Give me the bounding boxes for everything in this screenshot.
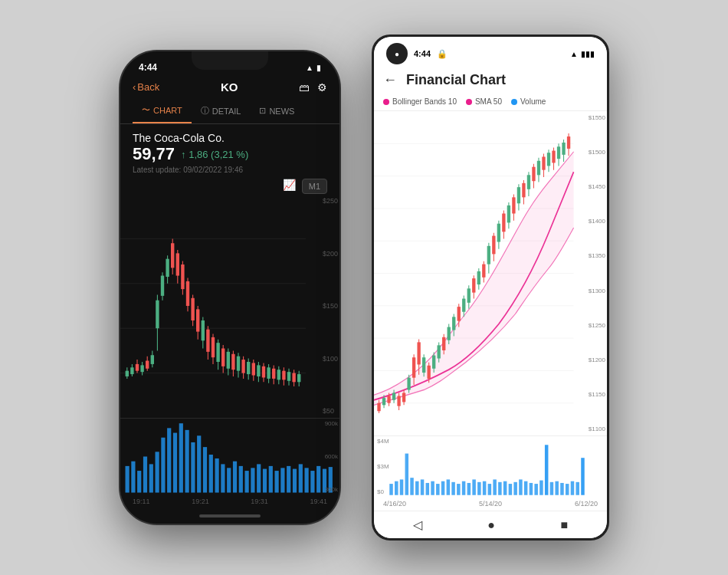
svg-rect-23 — [171, 243, 174, 268]
atime-0: 4/16/20 — [383, 500, 406, 508]
svg-rect-102 — [293, 469, 297, 493]
svg-rect-84 — [185, 430, 189, 493]
android-nav-home[interactable]: ● — [487, 518, 495, 532]
svg-rect-229 — [560, 483, 564, 495]
svg-rect-127 — [397, 396, 400, 406]
news-tab-icon: ⊡ — [259, 106, 266, 116]
price-label-200: $200 — [323, 250, 338, 258]
chart-icon-btn[interactable]: 📈 — [283, 179, 296, 194]
android-avatar: ● — [386, 43, 408, 64]
svg-rect-228 — [555, 481, 559, 495]
svg-rect-221 — [519, 479, 523, 495]
svg-rect-119 — [377, 403, 380, 412]
price-label-100: $100 — [323, 355, 338, 363]
svg-rect-220 — [513, 482, 517, 495]
svg-rect-167 — [497, 224, 500, 242]
time-label-1: 19:21 — [192, 498, 209, 505]
svg-rect-206 — [441, 481, 445, 495]
svg-rect-214 — [483, 481, 487, 495]
svg-rect-200 — [410, 478, 414, 495]
svg-rect-11 — [140, 365, 143, 372]
tab-detail[interactable]: ⓘ DETAIL — [192, 98, 251, 123]
svg-rect-43 — [221, 348, 225, 366]
tab-news[interactable]: ⊡ NEWS — [250, 98, 303, 123]
svg-rect-55 — [252, 363, 255, 375]
nav-title: KO — [221, 80, 238, 94]
briefcase-icon[interactable]: 🗃 — [299, 81, 310, 94]
svg-rect-41 — [216, 343, 219, 362]
svg-rect-25 — [176, 253, 179, 275]
iphone-time: 4:44 — [139, 62, 157, 73]
svg-rect-185 — [542, 156, 545, 169]
aprice-1500: $1500 — [589, 149, 605, 156]
iphone-device: 4:44 ▲ ▮ ‹ Back KO 🗃 ⚙ 〜 CHART — [119, 50, 341, 525]
svg-rect-219 — [509, 484, 513, 495]
aprice-1300: $1300 — [589, 288, 605, 294]
android-status-bar: ● 4:44 🔒 ▲ ▮▮▮ — [374, 37, 607, 67]
iphone-status-icons: ▲ ▮ — [306, 64, 321, 72]
svg-rect-82 — [173, 433, 177, 493]
svg-rect-53 — [247, 362, 250, 374]
svg-rect-93 — [239, 466, 243, 493]
svg-rect-208 — [451, 482, 455, 495]
android-nav-back[interactable]: ◁ — [413, 518, 422, 532]
svg-rect-211 — [467, 483, 471, 495]
svg-rect-97 — [263, 469, 267, 493]
svg-rect-193 — [562, 143, 565, 155]
svg-rect-19 — [161, 276, 164, 296]
android-screen: ● 4:44 🔒 ▲ ▮▮▮ ← Financial Chart Bolling… — [374, 37, 607, 538]
chart-tab-icon: 〜 — [142, 104, 150, 116]
android-device: ● 4:44 🔒 ▲ ▮▮▮ ← Financial Chart Bolling… — [372, 34, 609, 540]
stock-change: ↑ 1,86 (3,21 %) — [181, 149, 248, 160]
svg-rect-135 — [417, 342, 420, 364]
android-time: 4:44 — [414, 49, 431, 58]
svg-rect-129 — [402, 393, 405, 402]
svg-rect-143 — [438, 345, 441, 358]
m1-badge[interactable]: M1 — [302, 179, 327, 194]
svg-rect-159 — [477, 271, 480, 284]
settings-icon[interactable]: ⚙ — [317, 81, 327, 94]
stock-price-row: 59,77 ↑ 1,86 (3,21 %) — [133, 144, 327, 164]
svg-rect-175 — [517, 187, 520, 203]
svg-rect-88 — [209, 455, 213, 493]
back-button[interactable]: ‹ Back — [133, 81, 159, 93]
iphone-time-labels: 19:11 19:21 19:31 19:41 — [120, 495, 339, 508]
svg-rect-179 — [527, 175, 530, 189]
svg-rect-203 — [426, 483, 430, 495]
volume-dot — [511, 99, 517, 105]
svg-rect-204 — [431, 481, 435, 495]
svg-rect-171 — [507, 205, 510, 222]
stock-price: 59,77 — [133, 144, 175, 164]
svg-rect-89 — [215, 458, 219, 493]
svg-rect-224 — [534, 484, 538, 495]
svg-rect-63 — [272, 369, 275, 379]
legend-volume: Volume — [511, 97, 546, 106]
android-lock-icon: 🔒 — [437, 49, 448, 59]
tab-chart[interactable]: 〜 CHART — [133, 98, 192, 123]
news-tab-label: NEWS — [269, 107, 294, 116]
svg-rect-196 — [389, 484, 393, 495]
svg-rect-45 — [227, 352, 230, 369]
svg-rect-187 — [547, 153, 550, 166]
iphone-screen: 4:44 ▲ ▮ ‹ Back KO 🗃 ⚙ 〜 CHART — [120, 51, 339, 524]
svg-rect-201 — [415, 481, 419, 495]
wifi-icon: ▲ — [306, 64, 313, 72]
legend-bollinger: Bollinger Bands 10 — [383, 97, 457, 106]
atime-2: 6/12/20 — [575, 500, 598, 508]
svg-rect-9 — [136, 364, 139, 371]
aprice-1550: $1550 — [589, 114, 605, 121]
home-bar — [199, 514, 261, 518]
svg-rect-197 — [395, 481, 398, 495]
avol-0: $0 — [377, 488, 389, 495]
android-nav-recents[interactable]: ■ — [561, 518, 569, 532]
android-candlestick-svg — [374, 111, 607, 435]
svg-rect-59 — [262, 366, 265, 378]
svg-rect-15 — [151, 355, 154, 364]
svg-rect-65 — [277, 370, 280, 380]
android-back-button[interactable]: ← — [383, 72, 397, 88]
svg-rect-141 — [432, 356, 435, 369]
svg-rect-225 — [539, 481, 543, 495]
svg-rect-106 — [316, 466, 320, 493]
svg-rect-101 — [287, 466, 290, 493]
sma-dot — [466, 99, 472, 105]
